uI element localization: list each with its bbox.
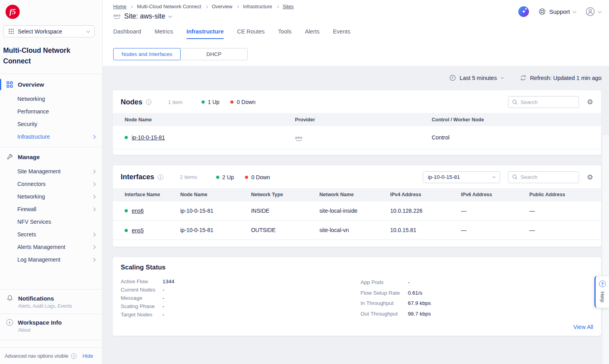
sidebar-item-notifications[interactable]: Notifications Alerts, Audit Logs, Events bbox=[0, 289, 102, 314]
refresh-button[interactable]: Refresh: Updated 1 min ago bbox=[520, 74, 602, 81]
chevron-right-icon bbox=[92, 232, 96, 236]
interface-status-dot bbox=[125, 229, 128, 232]
kv-label: Scaling Phase bbox=[121, 302, 163, 310]
interface-link[interactable]: ens5 bbox=[132, 227, 144, 234]
sidebar-item-label: Networking bbox=[17, 193, 45, 200]
scaling-status-card: Scaling Status Active Flow1344 Current N… bbox=[112, 257, 602, 336]
sidebar-item-nfv-services[interactable]: NFV Services bbox=[0, 215, 102, 228]
sidebar-item-manage[interactable]: Manage bbox=[0, 149, 102, 165]
sidebar-item-label: Performance bbox=[17, 108, 49, 115]
support-icon bbox=[538, 8, 546, 15]
sidebar-item-sublabel: About bbox=[18, 327, 96, 333]
view-all-link[interactable]: View All bbox=[573, 324, 593, 330]
bell-icon bbox=[6, 295, 13, 302]
hide-nav-button[interactable]: Hide bbox=[82, 353, 93, 359]
ai-assistant-button[interactable]: ✦✚ bbox=[518, 6, 529, 17]
cell-ipv4: 10.0.15.81 bbox=[386, 221, 457, 240]
interfaces-search bbox=[508, 171, 579, 183]
node-link[interactable]: ip-10-0-15-81 bbox=[132, 134, 165, 141]
nodes-table-settings-button[interactable]: ⚙ bbox=[587, 98, 593, 106]
help-tab[interactable]: ? Help bbox=[594, 276, 609, 308]
sidebar-item-label: Site Management bbox=[17, 168, 61, 175]
nodes-down-status: 0 Down bbox=[230, 99, 255, 105]
scaling-status-title: Scaling Status bbox=[121, 264, 593, 271]
sidebar-item-networking[interactable]: Networking bbox=[0, 93, 102, 105]
breadcrumb-separator-icon bbox=[236, 5, 239, 8]
interfaces-card: Interfaces i 2 items 2 Up 0 Down ip-10-0… bbox=[112, 165, 602, 247]
kv-label: App Pods bbox=[361, 277, 408, 288]
refresh-icon bbox=[520, 74, 527, 81]
nodes-search-input[interactable] bbox=[521, 99, 575, 105]
sidebar-item-label: Alerts Management bbox=[17, 244, 65, 250]
column-header: Network Type bbox=[247, 188, 315, 201]
sidebar-item-label: NFV Services bbox=[17, 219, 51, 225]
sidebar-item-manage-networking[interactable]: Networking bbox=[0, 190, 102, 203]
column-header: Provider bbox=[291, 113, 428, 126]
tab-alerts[interactable]: Alerts bbox=[305, 28, 319, 39]
tab-dashboard[interactable]: Dashboard bbox=[113, 28, 141, 39]
clock-icon bbox=[449, 74, 456, 81]
tab-tools[interactable]: Tools bbox=[278, 28, 291, 39]
workspace-title: Multi-Cloud Network Connect bbox=[0, 37, 102, 74]
scaling-left-column: Active Flow1344 Current Nodes- Message- … bbox=[121, 277, 361, 319]
column-header: IPv4 Address bbox=[386, 188, 457, 201]
sidebar-item-label: Secrets bbox=[17, 231, 36, 238]
breadcrumb-item: Multi-Cloud Network Connect bbox=[137, 4, 201, 9]
workspace-selector[interactable]: Select Workspace bbox=[3, 25, 95, 37]
nodes-count: 1 item bbox=[168, 99, 183, 105]
site-selector[interactable]: aws Site: aws-site bbox=[113, 12, 293, 20]
interfaces-table-settings-button[interactable]: ⚙ bbox=[587, 174, 593, 181]
sidebar-item-infrastructure[interactable]: Infrastructure bbox=[0, 130, 102, 143]
active-indicator bbox=[0, 79, 1, 90]
cell-ipv6: — bbox=[457, 201, 525, 221]
time-range-select[interactable]: Last 5 minutes bbox=[449, 74, 503, 81]
subtab-dhcp[interactable]: DHCP bbox=[180, 48, 248, 60]
tab-infrastructure[interactable]: Infrastructure bbox=[187, 28, 224, 39]
chevron-down-icon bbox=[598, 9, 602, 13]
cell-public-address: — bbox=[525, 221, 601, 240]
column-header: Public Address bbox=[525, 188, 601, 201]
kv-value: - bbox=[163, 294, 164, 302]
sidebar-item-firewall[interactable]: Firewall bbox=[0, 203, 102, 215]
sidebar-item-workspace-info[interactable]: i Workspace Info About bbox=[0, 314, 102, 340]
support-menu[interactable]: Support bbox=[538, 8, 576, 15]
sidebar-item-secrets[interactable]: Secrets bbox=[0, 228, 102, 241]
interface-link[interactable]: ens6 bbox=[132, 208, 144, 214]
sidebar-item-log-management[interactable]: Log Management bbox=[0, 253, 102, 266]
account-menu[interactable] bbox=[585, 7, 601, 17]
info-icon: i bbox=[158, 175, 163, 180]
breadcrumb-home[interactable]: Home bbox=[113, 4, 126, 9]
main-tabs: Dashboard Metrics Infrastructure CE Rout… bbox=[113, 28, 601, 39]
breadcrumb-item: Infrastructure bbox=[243, 4, 272, 9]
kv-label: Flow Setup Rate bbox=[361, 288, 408, 299]
cell-network-type: INSIDE bbox=[247, 201, 315, 221]
breadcrumb-sites[interactable]: Sites bbox=[283, 4, 294, 9]
logo-row: f5 bbox=[0, 0, 102, 21]
cell-ipv6: — bbox=[457, 221, 525, 240]
help-question-icon: ? bbox=[599, 280, 606, 287]
sidebar: f5 Select Workspace Multi-Cloud Network … bbox=[0, 0, 103, 364]
sidebar-item-security[interactable]: Security bbox=[0, 118, 102, 130]
chevron-down-icon bbox=[493, 175, 495, 178]
sidebar-item-performance[interactable]: Performance bbox=[0, 105, 102, 118]
sidebar-nav: Overview Networking Performance Security… bbox=[0, 74, 102, 266]
node-filter-select[interactable]: ip-10-0-15-81 bbox=[423, 171, 500, 183]
sidebar-item-connectors[interactable]: Connectors bbox=[0, 178, 102, 190]
up-status-dot bbox=[216, 176, 219, 179]
tab-events[interactable]: Events bbox=[333, 28, 350, 39]
breadcrumb: Home Multi-Cloud Network Connect Overvie… bbox=[113, 4, 293, 9]
down-status-dot bbox=[230, 100, 234, 104]
sidebar-item-site-management[interactable]: Site Management bbox=[0, 165, 102, 178]
sidebar-item-overview[interactable]: Overview bbox=[0, 76, 102, 93]
subtab-nodes-and-interfaces[interactable]: Nodes and Interfaces bbox=[113, 48, 181, 60]
user-avatar-icon bbox=[585, 7, 595, 17]
sidebar-item-alerts-management[interactable]: Alerts Management bbox=[0, 241, 102, 253]
interface-status-dot bbox=[125, 209, 128, 212]
tab-metrics[interactable]: Metrics bbox=[155, 28, 173, 39]
tab-ce-routes[interactable]: CE Routes bbox=[237, 28, 265, 39]
interfaces-search-input[interactable] bbox=[521, 174, 575, 180]
cell-network-type: OUTSIDE bbox=[247, 221, 315, 240]
scaling-right-column: App Pods- Flow Setup Rate0.61/s In Throu… bbox=[361, 277, 431, 319]
cell-node-name: ip-10-0-15-81 bbox=[176, 221, 247, 240]
kv-value: 67.9 kbps bbox=[408, 298, 431, 309]
